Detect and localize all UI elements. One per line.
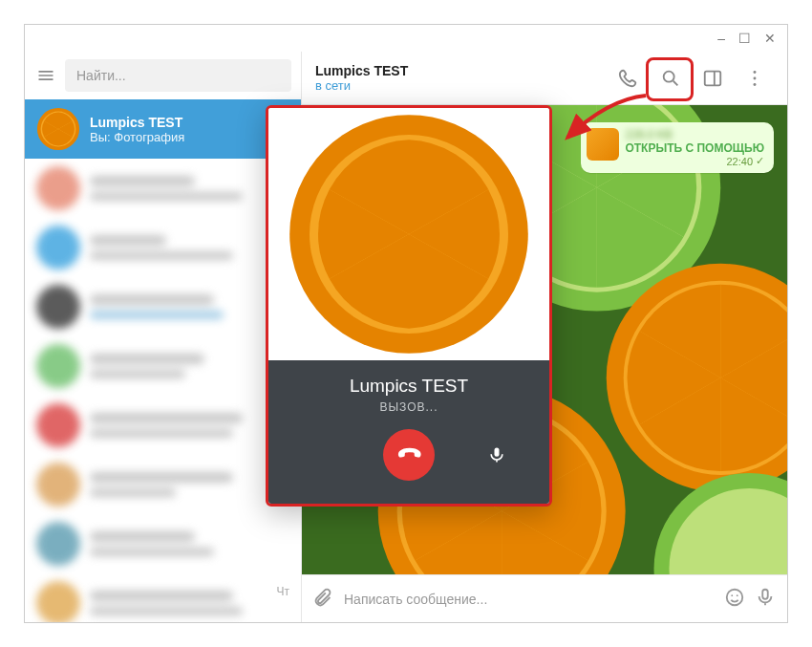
header-info[interactable]: Lumpics TEST в сети	[315, 63, 606, 93]
minimize-button[interactable]: –	[717, 32, 725, 45]
emoji-button[interactable]	[724, 587, 745, 612]
hangup-button[interactable]	[383, 429, 435, 481]
svg-point-4	[754, 71, 757, 74]
menu-button[interactable]	[34, 64, 57, 87]
read-check-icon: ✓	[756, 155, 764, 167]
chat-item[interactable]	[25, 455, 301, 514]
message-bubble[interactable]: 226.0 KB ОТКРЫТЬ С ПОМОЩЬЮ 22:40 ✓	[581, 122, 774, 173]
chat-header: Lumpics TEST в сети	[302, 52, 787, 105]
message-composer: Написать сообщение...	[302, 574, 787, 622]
svg-point-6	[754, 82, 757, 85]
voice-button[interactable]	[755, 587, 776, 612]
avatar	[36, 107, 80, 151]
mute-button[interactable]	[482, 441, 511, 469]
paperclip-icon	[313, 587, 334, 608]
header-title: Lumpics TEST	[315, 63, 606, 78]
emoji-icon	[724, 587, 745, 608]
hamburger-icon	[36, 66, 55, 85]
phone-icon	[618, 68, 639, 89]
chat-item[interactable]	[25, 218, 301, 277]
chat-info: Lumpics TEST Вы: Фотография	[90, 115, 270, 144]
svg-point-5	[754, 76, 757, 79]
more-button[interactable]	[736, 60, 774, 97]
chat-item[interactable]: Чт	[25, 573, 301, 622]
header-status: в сети	[315, 78, 606, 93]
call-controls: Lumpics TEST вызов...	[268, 360, 549, 504]
message-time: 22:40 ✓	[625, 155, 764, 167]
close-button[interactable]: ✕	[764, 32, 776, 45]
chat-day: Чт	[277, 585, 290, 598]
call-avatar	[268, 108, 549, 360]
call-overlay: Lumpics TEST вызов...	[266, 105, 552, 507]
chat-item[interactable]	[25, 336, 301, 396]
call-contact-name: Lumpics TEST	[350, 376, 468, 397]
search-button[interactable]	[652, 60, 690, 97]
svg-point-20	[737, 594, 738, 596]
chat-list[interactable]: Lumpics TEST Вы: Фотография ✓ Чт	[25, 99, 301, 622]
svg-rect-21	[762, 589, 768, 598]
maximize-button[interactable]: ☐	[738, 32, 751, 45]
message-size: 226.0 KB	[625, 128, 764, 141]
search-row: Найти...	[25, 52, 301, 99]
svg-point-19	[731, 594, 733, 596]
call-button[interactable]	[609, 60, 648, 97]
call-status: вызов...	[379, 400, 438, 414]
chat-item[interactable]	[25, 396, 301, 455]
chat-name: Lumpics TEST	[90, 115, 270, 130]
open-with-link[interactable]: ОТКРЫТЬ С ПОМОЩЬЮ	[625, 141, 764, 155]
search-input[interactable]: Найти...	[65, 59, 291, 92]
message-input[interactable]: Написать сообщение...	[344, 592, 715, 607]
svg-point-2	[664, 71, 674, 81]
message-thumbnail	[587, 128, 619, 161]
chat-item[interactable]	[25, 159, 301, 218]
sidepanel-button[interactable]	[694, 60, 732, 97]
chat-item-active[interactable]: Lumpics TEST Вы: Фотография ✓	[25, 99, 301, 159]
chat-preview: Вы: Фотография	[90, 130, 270, 144]
svg-rect-3	[705, 71, 721, 85]
message-placeholder: Написать сообщение...	[344, 592, 487, 607]
search-icon	[660, 68, 681, 89]
dots-icon	[744, 68, 765, 89]
svg-point-18	[727, 589, 743, 605]
chat-item[interactable]	[25, 277, 301, 336]
microphone-icon	[755, 587, 776, 608]
svg-rect-24	[495, 448, 500, 457]
panel-icon	[702, 68, 723, 89]
attach-button[interactable]	[313, 587, 334, 612]
search-placeholder: Найти...	[76, 68, 126, 83]
window-titlebar: – ☐ ✕	[25, 25, 787, 52]
microphone-icon	[487, 445, 506, 464]
chat-item[interactable]	[25, 514, 301, 573]
phone-hangup-icon	[392, 438, 427, 473]
sidebar: Найти... Lumpics TEST Вы: Фотография ✓	[25, 52, 302, 622]
